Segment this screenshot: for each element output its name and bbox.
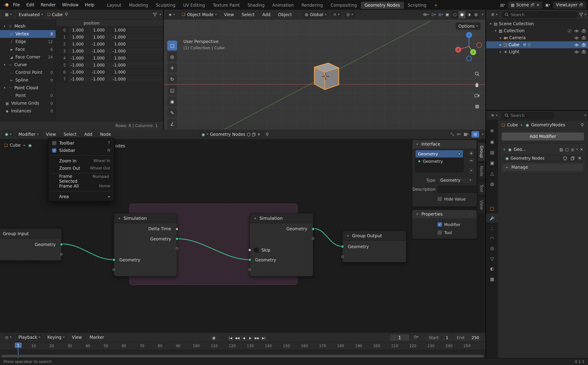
navigation-gizmo[interactable]: Z X Y <box>455 30 483 62</box>
snap-magnet-icon[interactable]: ∩▾ <box>457 132 461 136</box>
tool-transform[interactable]: ◉ <box>167 97 177 106</box>
table-row[interactable]: 6-1.000-1.0001.000 <box>56 69 163 76</box>
fake-user-shield-icon[interactable] <box>247 133 250 136</box>
menu-node[interactable]: Node <box>97 129 114 139</box>
unlink-scene-icon[interactable]: ✕ <box>536 3 539 7</box>
menu-view[interactable]: View <box>69 333 85 342</box>
manage-subpanel[interactable]: ▸Manage <box>503 164 583 171</box>
tab-particles[interactable]: ∴ <box>486 224 498 233</box>
filter-funnel-icon[interactable] <box>153 13 157 16</box>
tree-item-edge[interactable]: ∕Edge12 <box>0 38 56 45</box>
shading-rendered[interactable]: ◍ <box>473 11 479 18</box>
modifier-close-icon[interactable]: ✕ <box>580 147 583 151</box>
tab-render[interactable]: ◉ <box>486 137 498 146</box>
jump-to-start-button[interactable]: |◀ <box>227 335 234 342</box>
timeline-ruler[interactable]: 10 20 30 40 50 60 70 80 90 100 110 120 1… <box>0 342 485 350</box>
outliner-item-camera[interactable]: ▸ Camera <box>486 34 588 41</box>
eye-icon[interactable] <box>574 29 579 32</box>
editor-type-node[interactable]: ◉▾ <box>2 131 14 138</box>
transform-orientation-dropdown[interactable]: ◍Global▾ <box>302 11 329 18</box>
tab-geometry-nodes[interactable]: Geometry Nodes <box>361 2 404 9</box>
playback-dropdown[interactable]: Playback▾ <box>16 334 43 341</box>
tab-layout[interactable]: Layout <box>103 2 125 9</box>
table-row[interactable]: 01.0001.0001.000 <box>56 27 163 34</box>
tab-texture[interactable]: ▦ <box>486 274 498 283</box>
node-header[interactable]: ▾Simulation <box>250 213 313 223</box>
type-dropdown[interactable]: Geometry▾ <box>437 176 474 183</box>
play-reverse-button[interactable]: ◀ <box>240 335 247 342</box>
tree-item-point[interactable]: ·Point0 <box>0 92 56 99</box>
collapse-icon[interactable]: ▾ <box>346 234 350 238</box>
menu-window[interactable]: Window <box>59 0 82 10</box>
viewlayer-selector[interactable]: ViewLayer 🗗 <box>553 1 586 9</box>
sidebar-tab-group[interactable]: Group <box>478 142 485 161</box>
modifier-editmode-toggle[interactable]: ▥ <box>560 147 563 151</box>
table-row[interactable]: 5-1.0001.000-1.000 <box>56 62 163 69</box>
tab-physics[interactable]: ◠ <box>486 234 498 243</box>
timeline-scrollbar[interactable] <box>1 355 484 357</box>
auto-keying-toggle[interactable]: ◉ <box>210 335 218 341</box>
tab-uv-editing[interactable]: UV Editing <box>179 2 209 9</box>
interface-extras-button[interactable]: ▾ <box>468 167 475 174</box>
tool-measure[interactable]: ∠ <box>167 119 177 129</box>
shading-dropdown[interactable]: ▾ <box>482 13 483 16</box>
timeline-tracks[interactable] <box>0 350 485 354</box>
sidebar-tab-tool[interactable]: Tool <box>478 181 485 196</box>
tab-constraints[interactable]: ◎ <box>486 244 498 253</box>
overlays-dropdown-icon[interactable]: ▾ <box>482 133 483 136</box>
interface-add-button[interactable]: + <box>468 150 475 156</box>
outliner-item-scene-collection[interactable]: ▾▤ Scene Collection <box>486 20 588 27</box>
sidebar-tab-view[interactable]: View <box>478 197 485 213</box>
tree-item-instances[interactable]: ◆Instances0 <box>0 107 56 115</box>
tool-rotate[interactable]: ↻ <box>167 74 177 84</box>
socket-delta-time-output[interactable] <box>175 227 179 231</box>
menu-item-area[interactable]: Area▸ <box>48 193 114 200</box>
node-context-dropdown[interactable]: Modifier▾ <box>16 131 41 138</box>
geometry-node-editor[interactable]: ▾Group Input Geometry ▾Simulation Delta … <box>0 129 485 333</box>
play-button[interactable]: ▶ <box>247 335 254 342</box>
menu-add[interactable]: Add <box>259 10 273 19</box>
interface-remove-button[interactable]: − <box>468 157 475 164</box>
viewport-canvas[interactable]: User Perspective (1) Collection | Cube O… <box>164 20 485 129</box>
table-row[interactable]: 11.0001.000-1.000 <box>56 34 163 41</box>
node-header[interactable]: ▾Group Input <box>0 229 61 239</box>
proportional-editing-dropdown[interactable]: ◎▾ <box>344 11 356 18</box>
socket-geometry-output[interactable] <box>175 237 179 240</box>
breadcrumb-data[interactable]: GeometryNodes <box>531 122 565 127</box>
socket-skip-input[interactable] <box>248 248 251 252</box>
jump-to-end-button[interactable]: ▶| <box>260 335 267 342</box>
outliner-item-cube[interactable]: ▸ ❏ Cube ⚒ ▽ <box>486 41 588 48</box>
collection-checkbox[interactable]: ✓ <box>568 29 572 33</box>
tab-object-data[interactable]: ▽ <box>486 254 498 263</box>
scene-selector[interactable]: ▦ Scene 🗗 ✕ <box>508 1 542 9</box>
prev-keyframe-button[interactable]: ◀◀ <box>234 335 240 342</box>
node-tree-selector[interactable]: ◉▾ Geometry Nodes ✕ <box>199 131 263 138</box>
eye-icon[interactable] <box>574 36 579 39</box>
menu-object[interactable]: Object <box>275 10 295 19</box>
outliner-search-input[interactable] <box>511 12 575 17</box>
table-row[interactable]: 7-1.000-1.000-1.000 <box>56 76 163 83</box>
close-icon[interactable]: ✕ <box>257 133 260 136</box>
modifier-expand-icon[interactable]: ▾ <box>503 148 506 151</box>
render-camera-icon[interactable] <box>582 50 586 54</box>
description-input[interactable] <box>437 186 477 193</box>
resize-arrows-icon[interactable]: ⤡ <box>451 132 454 136</box>
unlink-icon[interactable]: ✕ <box>576 155 583 161</box>
dataset-dropdown[interactable]: Evaluated▾ <box>16 11 46 18</box>
node-group-output[interactable]: ▾Group Output Geometry <box>342 231 406 262</box>
properties-subpanel-header[interactable]: ▾Properties⋮⋮ <box>412 210 477 218</box>
tab-view-layer[interactable]: ▣ <box>486 158 498 167</box>
tree-item-face-corner[interactable]: ◢Face Corner24 <box>0 53 56 61</box>
collapse-icon[interactable]: ▾ <box>118 217 121 220</box>
overlays-toggle[interactable]: ◎ <box>471 131 479 137</box>
tab-modifiers[interactable] <box>486 213 498 223</box>
sidebar-checkbox[interactable]: ✓ <box>52 148 56 152</box>
tree-item-vertex[interactable]: ∷Vertex8 <box>0 30 56 38</box>
interface-item-output-geometry[interactable]: Geometry <box>415 150 463 157</box>
shading-wireframe[interactable]: ○ <box>451 11 459 18</box>
menu-help[interactable]: Help <box>82 0 98 10</box>
menu-render[interactable]: Render <box>38 0 59 10</box>
pan-hand-icon[interactable] <box>475 83 479 87</box>
collapse-icon[interactable]: ▾ <box>0 232 0 235</box>
eye-icon[interactable] <box>574 50 579 53</box>
